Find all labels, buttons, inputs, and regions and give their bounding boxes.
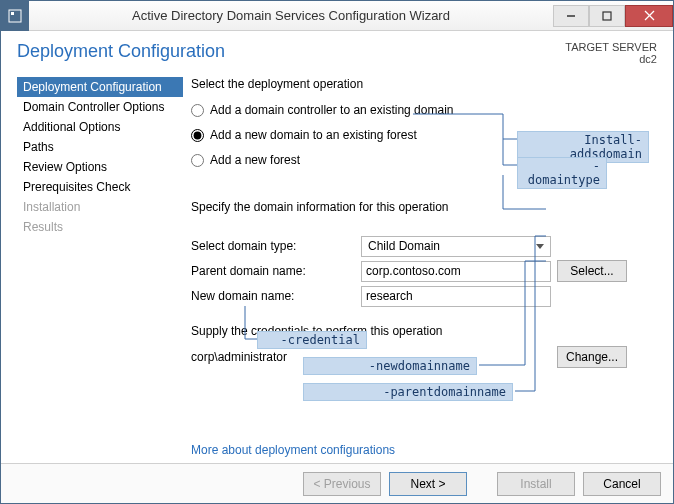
svg-rect-3 bbox=[603, 12, 611, 20]
maximize-button[interactable] bbox=[589, 5, 625, 27]
previous-button: < Previous bbox=[303, 472, 381, 496]
target-server-block: TARGET SERVER dc2 bbox=[565, 41, 657, 65]
annotation-credential: -credential bbox=[257, 331, 367, 349]
sidebar-item-additional-options[interactable]: Additional Options bbox=[17, 117, 183, 137]
domain-type-select[interactable]: Child Domain bbox=[361, 236, 551, 257]
domain-info-heading: Specify the domain information for this … bbox=[191, 200, 659, 214]
annotation-parentdomainname: -parentdomainname bbox=[303, 383, 513, 401]
parent-domain-label: Parent domain name: bbox=[191, 264, 361, 278]
chevron-down-icon bbox=[536, 244, 544, 249]
radio-label-add-forest: Add a new forest bbox=[210, 153, 300, 167]
sidebar-item-installation: Installation bbox=[17, 197, 183, 217]
domain-type-value: Child Domain bbox=[368, 239, 440, 253]
sidebar: Deployment Configuration Domain Controll… bbox=[17, 69, 183, 463]
more-link[interactable]: More about deployment configurations bbox=[191, 443, 395, 457]
sidebar-item-paths[interactable]: Paths bbox=[17, 137, 183, 157]
install-button: Install bbox=[497, 472, 575, 496]
page-title: Deployment Configuration bbox=[17, 41, 565, 62]
next-button[interactable]: Next > bbox=[389, 472, 467, 496]
footer: < Previous Next > Install Cancel bbox=[1, 463, 673, 503]
cancel-button[interactable]: Cancel bbox=[583, 472, 661, 496]
wizard-window: Active Directory Domain Services Configu… bbox=[0, 0, 674, 504]
select-button[interactable]: Select... bbox=[557, 260, 627, 282]
radio-add-domain-existing-forest[interactable] bbox=[191, 129, 204, 142]
target-server-label: TARGET SERVER bbox=[565, 41, 657, 53]
sidebar-item-dc-options[interactable]: Domain Controller Options bbox=[17, 97, 183, 117]
window-title: Active Directory Domain Services Configu… bbox=[29, 8, 553, 23]
main-panel: Select the deployment operation Add a do… bbox=[183, 69, 663, 463]
operation-heading: Select the deployment operation bbox=[191, 77, 659, 91]
radio-add-new-forest[interactable] bbox=[191, 154, 204, 167]
annotation-newdomainname: -newdomainname bbox=[303, 357, 477, 375]
domain-type-label: Select domain type: bbox=[191, 239, 361, 253]
new-domain-input[interactable] bbox=[361, 286, 551, 307]
minimize-button[interactable] bbox=[553, 5, 589, 27]
target-server-name: dc2 bbox=[565, 53, 657, 65]
parent-domain-input[interactable] bbox=[361, 261, 551, 282]
close-button[interactable] bbox=[625, 5, 673, 27]
app-icon bbox=[1, 1, 29, 31]
radio-label-add-domain: Add a new domain to an existing forest bbox=[210, 128, 417, 142]
new-domain-label: New domain name: bbox=[191, 289, 361, 303]
svg-rect-1 bbox=[11, 12, 14, 15]
annotation-domaintype: -domaintype bbox=[517, 157, 607, 189]
sidebar-item-results: Results bbox=[17, 217, 183, 237]
sidebar-item-review-options[interactable]: Review Options bbox=[17, 157, 183, 177]
sidebar-item-prereq-check[interactable]: Prerequisites Check bbox=[17, 177, 183, 197]
titlebar: Active Directory Domain Services Configu… bbox=[1, 1, 673, 31]
radio-add-dc-existing-domain[interactable] bbox=[191, 104, 204, 117]
sidebar-item-deployment-configuration[interactable]: Deployment Configuration bbox=[17, 77, 183, 97]
change-button[interactable]: Change... bbox=[557, 346, 627, 368]
svg-rect-0 bbox=[9, 10, 21, 22]
radio-label-add-dc: Add a domain controller to an existing d… bbox=[210, 103, 453, 117]
